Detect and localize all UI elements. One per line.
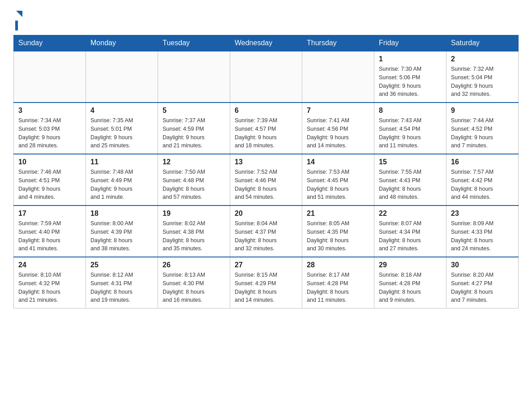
calendar-cell: 25Sunrise: 8:12 AM Sunset: 4:31 PM Dayli… <box>86 257 158 308</box>
day-number: 21 <box>307 210 369 218</box>
calendar-cell: 24Sunrise: 8:10 AM Sunset: 4:32 PM Dayli… <box>14 257 86 308</box>
calendar-cell: 6Sunrise: 7:39 AM Sunset: 4:57 PM Daylig… <box>230 103 302 154</box>
week-row-1: 1Sunrise: 7:30 AM Sunset: 5:06 PM Daylig… <box>14 51 519 103</box>
calendar-cell: 13Sunrise: 7:52 AM Sunset: 4:46 PM Dayli… <box>230 154 302 206</box>
day-number: 18 <box>90 210 153 218</box>
day-number: 28 <box>307 261 369 269</box>
day-info: Sunrise: 8:02 AM Sunset: 4:38 PM Dayligh… <box>163 219 225 253</box>
day-info: Sunrise: 7:53 AM Sunset: 4:45 PM Dayligh… <box>307 168 369 201</box>
day-number: 10 <box>18 158 81 166</box>
weekday-header-monday: Monday <box>86 35 158 51</box>
day-info: Sunrise: 7:44 AM Sunset: 4:52 PM Dayligh… <box>451 116 514 150</box>
weekday-header-sunday: Sunday <box>14 35 86 51</box>
calendar-cell: 26Sunrise: 8:13 AM Sunset: 4:30 PM Dayli… <box>158 257 230 308</box>
svg-marker-0 <box>16 11 22 17</box>
calendar-cell: 30Sunrise: 8:20 AM Sunset: 4:27 PM Dayli… <box>446 257 519 308</box>
calendar-cell: 20Sunrise: 8:04 AM Sunset: 4:37 PM Dayli… <box>230 206 302 257</box>
day-info: Sunrise: 7:30 AM Sunset: 5:06 PM Dayligh… <box>379 65 442 98</box>
weekday-header-saturday: Saturday <box>446 35 519 51</box>
calendar-cell <box>14 51 86 103</box>
calendar-cell <box>86 51 158 103</box>
day-info: Sunrise: 7:50 AM Sunset: 4:48 PM Dayligh… <box>163 168 225 201</box>
day-info: Sunrise: 7:52 AM Sunset: 4:46 PM Dayligh… <box>235 168 297 201</box>
calendar-cell: 9Sunrise: 7:44 AM Sunset: 4:52 PM Daylig… <box>446 103 519 154</box>
day-number: 17 <box>18 210 81 218</box>
day-info: Sunrise: 8:20 AM Sunset: 4:27 PM Dayligh… <box>451 271 514 304</box>
day-info: Sunrise: 7:43 AM Sunset: 4:54 PM Dayligh… <box>379 116 442 150</box>
day-number: 14 <box>307 158 369 166</box>
day-info: Sunrise: 8:12 AM Sunset: 4:31 PM Dayligh… <box>90 271 153 304</box>
calendar-cell: 15Sunrise: 7:55 AM Sunset: 4:43 PM Dayli… <box>374 154 446 206</box>
day-info: Sunrise: 8:07 AM Sunset: 4:34 PM Dayligh… <box>379 219 442 253</box>
day-info: Sunrise: 8:15 AM Sunset: 4:29 PM Dayligh… <box>235 271 297 304</box>
day-number: 3 <box>18 107 81 115</box>
day-info: Sunrise: 8:13 AM Sunset: 4:30 PM Dayligh… <box>163 271 225 304</box>
day-info: Sunrise: 8:18 AM Sunset: 4:28 PM Dayligh… <box>379 271 442 304</box>
logo-blue-bar <box>15 21 18 30</box>
calendar-cell <box>158 51 230 103</box>
page-header <box>13 9 519 30</box>
day-number: 23 <box>451 210 514 218</box>
day-number: 16 <box>451 158 514 166</box>
calendar-cell: 7Sunrise: 7:41 AM Sunset: 4:56 PM Daylig… <box>302 103 374 154</box>
calendar-cell: 10Sunrise: 7:46 AM Sunset: 4:51 PM Dayli… <box>14 154 86 206</box>
day-number: 27 <box>235 261 297 269</box>
calendar-cell: 17Sunrise: 7:59 AM Sunset: 4:40 PM Dayli… <box>14 206 86 257</box>
day-info: Sunrise: 7:35 AM Sunset: 5:01 PM Dayligh… <box>90 116 153 150</box>
calendar-cell: 14Sunrise: 7:53 AM Sunset: 4:45 PM Dayli… <box>302 154 374 206</box>
calendar-cell: 16Sunrise: 7:57 AM Sunset: 4:42 PM Dayli… <box>446 154 519 206</box>
calendar-cell: 21Sunrise: 8:05 AM Sunset: 4:35 PM Dayli… <box>302 206 374 257</box>
logo-triangle-icon <box>14 9 24 21</box>
day-number: 6 <box>235 107 297 115</box>
week-row-5: 24Sunrise: 8:10 AM Sunset: 4:32 PM Dayli… <box>14 257 519 308</box>
weekday-header-wednesday: Wednesday <box>230 35 302 51</box>
day-number: 24 <box>18 261 81 269</box>
day-info: Sunrise: 7:57 AM Sunset: 4:42 PM Dayligh… <box>451 168 514 201</box>
day-number: 15 <box>379 158 442 166</box>
weekday-header-tuesday: Tuesday <box>158 35 230 51</box>
day-info: Sunrise: 8:00 AM Sunset: 4:39 PM Dayligh… <box>90 219 153 253</box>
calendar-cell: 12Sunrise: 7:50 AM Sunset: 4:48 PM Dayli… <box>158 154 230 206</box>
day-info: Sunrise: 7:41 AM Sunset: 4:56 PM Dayligh… <box>307 116 369 150</box>
day-number: 11 <box>90 158 153 166</box>
day-number: 5 <box>163 107 225 115</box>
day-info: Sunrise: 7:32 AM Sunset: 5:04 PM Dayligh… <box>451 65 514 98</box>
day-number: 1 <box>379 55 442 63</box>
day-info: Sunrise: 8:04 AM Sunset: 4:37 PM Dayligh… <box>235 219 297 253</box>
day-info: Sunrise: 7:37 AM Sunset: 4:59 PM Dayligh… <box>163 116 225 150</box>
weekday-header-friday: Friday <box>374 35 446 51</box>
day-info: Sunrise: 7:48 AM Sunset: 4:49 PM Dayligh… <box>90 168 153 201</box>
calendar-cell: 4Sunrise: 7:35 AM Sunset: 5:01 PM Daylig… <box>86 103 158 154</box>
weekday-header-thursday: Thursday <box>302 35 374 51</box>
day-number: 20 <box>235 210 297 218</box>
day-number: 29 <box>379 261 442 269</box>
calendar-cell: 18Sunrise: 8:00 AM Sunset: 4:39 PM Dayli… <box>86 206 158 257</box>
day-number: 4 <box>90 107 153 115</box>
day-info: Sunrise: 7:59 AM Sunset: 4:40 PM Dayligh… <box>18 219 81 253</box>
calendar-cell: 8Sunrise: 7:43 AM Sunset: 4:54 PM Daylig… <box>374 103 446 154</box>
calendar-cell: 19Sunrise: 8:02 AM Sunset: 4:38 PM Dayli… <box>158 206 230 257</box>
day-number: 8 <box>379 107 442 115</box>
calendar-cell: 5Sunrise: 7:37 AM Sunset: 4:59 PM Daylig… <box>158 103 230 154</box>
calendar-cell <box>230 51 302 103</box>
day-number: 30 <box>451 261 514 269</box>
day-info: Sunrise: 7:39 AM Sunset: 4:57 PM Dayligh… <box>235 116 297 150</box>
week-row-3: 10Sunrise: 7:46 AM Sunset: 4:51 PM Dayli… <box>14 154 519 206</box>
day-number: 13 <box>235 158 297 166</box>
day-number: 25 <box>90 261 153 269</box>
day-number: 26 <box>163 261 225 269</box>
calendar-cell: 23Sunrise: 8:09 AM Sunset: 4:33 PM Dayli… <box>446 206 519 257</box>
day-info: Sunrise: 7:34 AM Sunset: 5:03 PM Dayligh… <box>18 116 81 150</box>
calendar-cell: 2Sunrise: 7:32 AM Sunset: 5:04 PM Daylig… <box>446 51 519 103</box>
day-number: 2 <box>451 55 514 63</box>
calendar-table: SundayMondayTuesdayWednesdayThursdayFrid… <box>13 35 519 308</box>
calendar-cell: 11Sunrise: 7:48 AM Sunset: 4:49 PM Dayli… <box>86 154 158 206</box>
day-info: Sunrise: 8:05 AM Sunset: 4:35 PM Dayligh… <box>307 219 369 253</box>
week-row-4: 17Sunrise: 7:59 AM Sunset: 4:40 PM Dayli… <box>14 206 519 257</box>
day-info: Sunrise: 8:09 AM Sunset: 4:33 PM Dayligh… <box>451 219 514 253</box>
logo <box>13 9 24 30</box>
day-number: 7 <box>307 107 369 115</box>
calendar-cell: 3Sunrise: 7:34 AM Sunset: 5:03 PM Daylig… <box>14 103 86 154</box>
week-row-2: 3Sunrise: 7:34 AM Sunset: 5:03 PM Daylig… <box>14 103 519 154</box>
day-info: Sunrise: 8:10 AM Sunset: 4:32 PM Dayligh… <box>18 271 81 304</box>
